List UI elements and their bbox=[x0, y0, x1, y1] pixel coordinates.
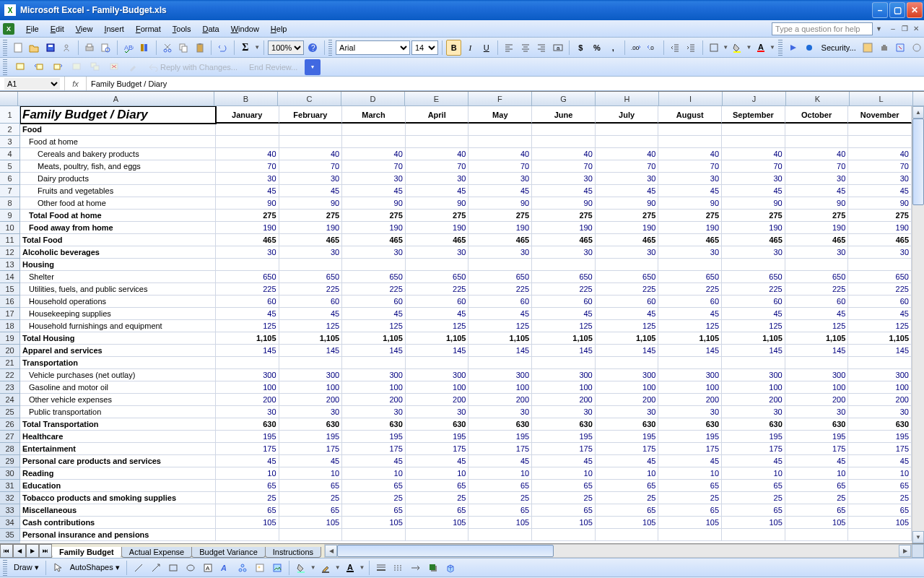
cell-C18[interactable]: 125 bbox=[279, 320, 343, 332]
cell-D16[interactable]: 60 bbox=[342, 296, 406, 308]
cell-K33[interactable]: 65 bbox=[785, 504, 849, 517]
cell-G8[interactable]: 90 bbox=[532, 197, 596, 210]
doc-minimize-button[interactable]: – bbox=[888, 24, 898, 34]
cell-J2[interactable] bbox=[722, 124, 785, 136]
cell-K8[interactable]: 90 bbox=[785, 197, 849, 210]
font-color-draw-button[interactable]: A bbox=[342, 560, 358, 576]
help-button[interactable]: ? bbox=[305, 40, 321, 56]
align-right-button[interactable] bbox=[534, 40, 549, 56]
rectangle-button[interactable] bbox=[165, 560, 181, 576]
cell-K1[interactable]: October bbox=[785, 106, 849, 124]
cell-K2[interactable] bbox=[785, 124, 849, 136]
cell-J26[interactable]: 630 bbox=[722, 418, 785, 431]
sheet-tab-actual-expense[interactable]: Actual Expense bbox=[121, 547, 192, 558]
cell-A5[interactable]: Meats, poultry, fish, and eggs bbox=[20, 160, 216, 173]
ink-button[interactable] bbox=[125, 59, 141, 75]
cell-J5[interactable]: 70 bbox=[722, 160, 785, 173]
cell-A6[interactable]: Dairy products bbox=[20, 173, 216, 185]
cell-A32[interactable]: Tobacco products and smoking supplies bbox=[20, 492, 216, 504]
cell-A14[interactable]: Shelter bbox=[20, 271, 216, 283]
cell-B34[interactable]: 105 bbox=[216, 517, 279, 529]
cell-C25[interactable]: 30 bbox=[279, 406, 343, 418]
cell-H13[interactable] bbox=[596, 259, 659, 271]
diagram-button[interactable] bbox=[235, 560, 250, 576]
cell-K6[interactable]: 30 bbox=[785, 173, 849, 185]
cell-B5[interactable]: 70 bbox=[216, 160, 279, 173]
row-header-28[interactable]: 28 bbox=[0, 443, 20, 455]
cell-I30[interactable]: 10 bbox=[658, 467, 722, 480]
cell-F25[interactable]: 30 bbox=[468, 406, 532, 418]
cell-J34[interactable]: 105 bbox=[722, 517, 785, 529]
cell-I21[interactable] bbox=[658, 357, 722, 369]
cell-H8[interactable]: 90 bbox=[596, 197, 659, 210]
menu-help[interactable]: Help bbox=[265, 22, 293, 35]
cell-A22[interactable]: Vehicle purchases (net outlay) bbox=[20, 369, 216, 381]
next-comment-button[interactable] bbox=[50, 59, 66, 75]
cell-D28[interactable]: 175 bbox=[342, 443, 406, 455]
increase-decimal-button[interactable]: .00 bbox=[629, 40, 644, 56]
cell-C21[interactable] bbox=[279, 357, 343, 369]
maximize-button[interactable]: ▢ bbox=[889, 2, 905, 18]
cell-L28[interactable]: 175 bbox=[848, 443, 912, 455]
cell-G24[interactable]: 200 bbox=[532, 394, 596, 406]
textbox-button[interactable]: A bbox=[200, 560, 216, 576]
cell-K35[interactable] bbox=[785, 529, 849, 541]
cell-F33[interactable]: 65 bbox=[468, 504, 532, 517]
cell-G26[interactable]: 630 bbox=[532, 418, 596, 431]
cell-C22[interactable]: 300 bbox=[279, 369, 343, 381]
font-color-button[interactable]: A bbox=[754, 40, 769, 56]
cell-H30[interactable]: 10 bbox=[596, 467, 659, 480]
cell-A9[interactable]: Total Food at home bbox=[20, 210, 216, 222]
cell-I13[interactable] bbox=[658, 259, 722, 271]
cell-L31[interactable]: 65 bbox=[848, 480, 912, 492]
cell-C27[interactable]: 195 bbox=[279, 431, 343, 443]
cell-F10[interactable]: 190 bbox=[468, 222, 532, 234]
print-button[interactable] bbox=[82, 40, 97, 56]
row-header-26[interactable]: 26 bbox=[0, 418, 20, 431]
align-center-button[interactable] bbox=[518, 40, 533, 56]
row-header-13[interactable]: 13 bbox=[0, 259, 20, 271]
cell-E2[interactable] bbox=[406, 124, 469, 136]
cell-A27[interactable]: Healthcare bbox=[20, 431, 216, 443]
cell-G11[interactable]: 465 bbox=[532, 234, 596, 246]
cell-B14[interactable]: 650 bbox=[216, 271, 279, 283]
comma-button[interactable]: , bbox=[606, 40, 621, 56]
menu-data[interactable]: Data bbox=[196, 22, 225, 35]
cell-I16[interactable]: 60 bbox=[658, 296, 722, 308]
cell-G32[interactable]: 25 bbox=[532, 492, 596, 504]
cell-C23[interactable]: 100 bbox=[279, 381, 343, 394]
row-header-9[interactable]: 9 bbox=[0, 210, 20, 222]
percent-button[interactable]: % bbox=[590, 40, 605, 56]
cell-D21[interactable] bbox=[342, 357, 406, 369]
sheet-tab-family-budget[interactable]: Family Budget bbox=[51, 547, 122, 558]
dash-style-button[interactable] bbox=[391, 560, 406, 576]
cell-I9[interactable]: 275 bbox=[658, 210, 722, 222]
cell-H3[interactable] bbox=[596, 136, 659, 148]
fill-color-draw-button[interactable] bbox=[293, 560, 309, 576]
cell-J19[interactable]: 1,105 bbox=[722, 332, 785, 345]
cell-C24[interactable]: 200 bbox=[279, 394, 343, 406]
cell-B22[interactable]: 300 bbox=[216, 369, 279, 381]
bold-button[interactable]: B bbox=[446, 40, 461, 56]
cell-C34[interactable]: 105 bbox=[279, 517, 343, 529]
cell-C7[interactable]: 45 bbox=[279, 185, 343, 197]
sheet-tab-instructions[interactable]: Instructions bbox=[265, 547, 321, 558]
cell-A7[interactable]: Fruits and vegetables bbox=[20, 185, 216, 197]
cell-J33[interactable]: 65 bbox=[722, 504, 785, 517]
row-header-27[interactable]: 27 bbox=[0, 431, 20, 443]
row-header-8[interactable]: 8 bbox=[0, 197, 20, 210]
cell-H1[interactable]: July bbox=[596, 106, 659, 124]
cell-B8[interactable]: 90 bbox=[216, 197, 279, 210]
row-header-23[interactable]: 23 bbox=[0, 381, 20, 394]
cell-E15[interactable]: 225 bbox=[406, 283, 469, 296]
cell-H5[interactable]: 70 bbox=[596, 160, 659, 173]
cell-I34[interactable]: 105 bbox=[658, 517, 722, 529]
cell-J35[interactable] bbox=[722, 529, 785, 541]
cell-K12[interactable]: 30 bbox=[785, 246, 849, 259]
cell-B18[interactable]: 125 bbox=[216, 320, 279, 332]
cell-G28[interactable]: 175 bbox=[532, 443, 596, 455]
cell-J21[interactable] bbox=[722, 357, 785, 369]
line-style-button[interactable] bbox=[373, 560, 389, 576]
cell-C1[interactable]: February bbox=[279, 106, 343, 124]
cell-A33[interactable]: Miscellaneous bbox=[20, 504, 216, 517]
